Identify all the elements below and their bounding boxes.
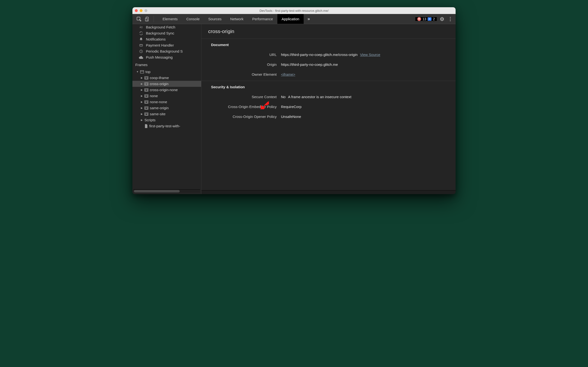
document-section-header: Document	[202, 39, 456, 50]
updown-icon	[139, 25, 143, 29]
error-icon: ✕	[417, 17, 421, 21]
kebab-menu-icon[interactable]	[447, 17, 453, 21]
tab-sources[interactable]: Sources	[204, 14, 226, 24]
tab-console[interactable]: Console	[182, 14, 204, 24]
row-coop: Cross-Origin Opener Policy UnsafeNone	[202, 112, 456, 122]
detail-title: cross-origin	[202, 24, 456, 39]
frame-tree-item-document[interactable]: first-party-test-with-	[132, 123, 201, 129]
inspect-icon[interactable]	[136, 17, 142, 22]
frame-icon	[144, 82, 148, 86]
sidebar-item-label: Periodic Background S	[146, 49, 183, 53]
url-label: URL	[202, 53, 281, 57]
frame-tree-item-same-site[interactable]: ▶ same-site	[132, 111, 201, 117]
svg-point-5	[450, 20, 451, 21]
svg-rect-14	[145, 83, 148, 85]
sidebar-item-label: Push Messaging	[146, 55, 173, 59]
svg-rect-6	[140, 44, 143, 46]
document-icon	[144, 124, 148, 128]
chevron-right-icon: ▶	[141, 89, 143, 91]
application-sidebar: Background Fetch Background Sync Notific…	[132, 24, 202, 194]
chevron-down-icon: ▼	[136, 70, 139, 73]
svg-rect-16	[145, 89, 148, 91]
frames-section-header: Frames	[132, 60, 201, 69]
frame-tree-root[interactable]: ▼ top	[132, 69, 201, 75]
frame-tree-item-label: Scripts	[144, 118, 156, 122]
sidebar-horizontal-scrollbar[interactable]	[133, 189, 200, 193]
main-toolbar: Elements Console Sources Network Perform…	[132, 14, 456, 24]
window-title: DevTools - first-party-test-with-resourc…	[132, 9, 456, 13]
chevron-right-icon: ▶	[141, 100, 143, 103]
tab-elements[interactable]: Elements	[158, 14, 182, 24]
tab-network[interactable]: Network	[226, 14, 248, 24]
frame-tree-item-cross-origin[interactable]: ▶ cross-origin	[132, 81, 201, 87]
sidebar-item-background-fetch[interactable]: Background Fetch	[132, 24, 201, 30]
sidebar-item-notifications[interactable]: Notifications	[132, 36, 201, 42]
security-section-header: Security & Isolation	[202, 81, 456, 92]
frame-tree-item-same-origin[interactable]: ▶ same-origin	[132, 105, 201, 111]
traffic-lights	[135, 9, 147, 12]
svg-rect-20	[145, 101, 148, 103]
card-icon	[139, 43, 143, 47]
sync-icon	[139, 31, 143, 35]
info-count: 2	[433, 17, 435, 21]
row-owner-element: Owner Element <iframe>	[202, 69, 456, 79]
settings-icon[interactable]	[439, 17, 445, 21]
chevron-right-icon: ▶	[141, 113, 143, 115]
frame-tree-item-cross-origin-none[interactable]: ▶ cross-origin-none	[132, 87, 201, 93]
frame-tree-item-label: same-site	[150, 112, 165, 116]
clock-icon	[139, 50, 143, 53]
scrollbar-thumb[interactable]	[134, 190, 180, 192]
frame-icon	[144, 76, 148, 80]
sidebar-item-label: Background Sync	[146, 31, 174, 35]
sidebar-item-payment-handler[interactable]: Payment Handler	[132, 42, 201, 48]
frame-icon	[144, 100, 148, 104]
chevron-right-icon: ▶	[141, 83, 143, 85]
bell-icon	[139, 37, 143, 41]
sidebar-item-background-sync[interactable]: Background Sync	[132, 30, 201, 36]
chevron-right-icon: ▶	[141, 76, 143, 79]
window-icon	[140, 70, 144, 74]
sidebar-item-push-messaging[interactable]: Push Messaging	[132, 54, 201, 60]
svg-rect-24	[145, 113, 148, 115]
svg-rect-2	[145, 18, 147, 21]
devtools-window: DevTools - first-party-test-with-resourc…	[132, 7, 456, 194]
device-toggle-icon[interactable]	[145, 17, 150, 21]
svg-point-3	[450, 17, 451, 18]
origin-label: Origin	[202, 62, 281, 67]
frame-tree-item-coop-iframe[interactable]: ▶ coop-iframe	[132, 75, 201, 81]
svg-rect-22	[145, 107, 148, 109]
owner-element-link[interactable]: <iframe>	[281, 72, 295, 76]
frame-icon	[144, 88, 148, 92]
frame-tree-item-scripts[interactable]: ▶ Scripts	[132, 117, 201, 123]
issue-counters[interactable]: ✕ 13 ≡ 2	[415, 17, 437, 21]
url-value: https://third-party-no-coep.glitch.me/cr…	[281, 53, 358, 57]
view-source-link[interactable]: View Source	[360, 53, 380, 57]
chevron-right-icon: ▶	[141, 119, 143, 121]
chevron-right-icon: ▶	[141, 94, 143, 97]
sidebar-item-periodic-sync[interactable]: Periodic Background S	[132, 48, 201, 54]
frame-tree-root-label: top	[145, 70, 151, 74]
info-icon: ≡	[428, 17, 431, 21]
secure-context-label: Secure Context	[202, 95, 281, 99]
tab-performance[interactable]: Performance	[248, 14, 277, 24]
detail-horizontal-scrollbar[interactable]	[202, 190, 456, 194]
svg-rect-9	[140, 70, 144, 73]
close-window-button[interactable]	[135, 9, 138, 12]
secure-context-note: A frame ancestor is an insecure context	[288, 95, 351, 99]
frame-tree-item-none[interactable]: ▶ none	[132, 93, 201, 99]
row-coep: Cross-Origin Embedder Policy RequireCorp	[202, 102, 456, 112]
minimize-window-button[interactable]	[140, 9, 143, 12]
row-secure-context: Secure Context No A frame ancestor is an…	[202, 92, 456, 102]
frame-tree-item-label: same-origin	[150, 106, 168, 110]
frame-icon	[144, 94, 148, 98]
tab-application[interactable]: Application	[277, 14, 304, 24]
frame-tree-item-label: none-none	[150, 100, 167, 104]
more-tabs-button[interactable]: »	[304, 17, 314, 21]
maximize-window-button[interactable]	[144, 9, 147, 12]
frame-icon	[144, 112, 148, 116]
frame-detail-pane: cross-origin Document URL https://third-…	[202, 24, 456, 194]
panel-tabs: Elements Console Sources Network Perform…	[158, 14, 304, 24]
frame-tree-item-none-none[interactable]: ▶ none-none	[132, 99, 201, 105]
coep-label: Cross-Origin Embedder Policy	[202, 105, 281, 109]
coep-value: RequireCorp	[281, 105, 302, 109]
